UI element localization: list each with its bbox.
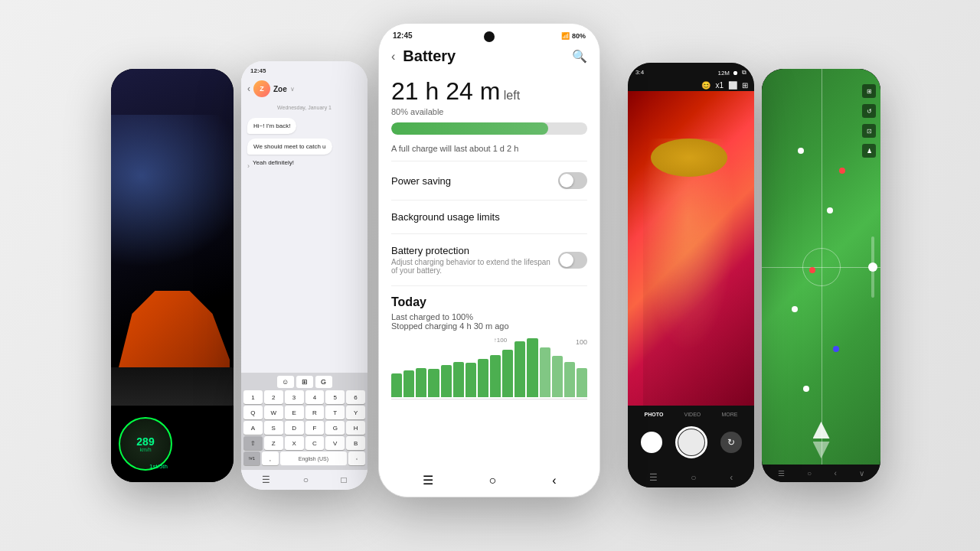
status-icons: 📶 80% xyxy=(561,32,586,40)
nav-back-center[interactable]: ‹ xyxy=(552,474,556,487)
kb-emoji-icon[interactable]: ☺ xyxy=(277,376,294,388)
football-field: ⊞ ↺ ⊡ ♟ xyxy=(762,69,880,465)
fb-arrow-up-icon[interactable] xyxy=(813,422,830,439)
today-title: Today xyxy=(391,295,587,309)
kb-bottom-row: !#1 , English (US) ‹ xyxy=(243,452,365,465)
kb-key-x[interactable]: X xyxy=(285,436,304,450)
back-button[interactable]: ‹ xyxy=(391,50,395,64)
singer-hair xyxy=(651,139,727,177)
kb-key-b[interactable]: B xyxy=(346,436,365,450)
kb-key-e[interactable]: E xyxy=(285,406,304,419)
battery-bar-container xyxy=(391,122,587,135)
kb-key-q[interactable]: Q xyxy=(243,406,263,419)
player-4 xyxy=(809,267,815,273)
background-usage-label: Background usage limits xyxy=(391,211,500,223)
nav-home-right[interactable]: ○ xyxy=(807,469,812,478)
nav-home-center[interactable]: ○ xyxy=(489,474,497,487)
kb-shift-key[interactable]: ⇧ xyxy=(243,436,263,450)
nav-back-cam[interactable]: ‹ xyxy=(730,472,733,483)
kb-key-z[interactable]: Z xyxy=(264,436,283,450)
cam-status-bar: 3:4 12M ⏺ ⧉ xyxy=(628,63,754,80)
fb-ctrl-1[interactable]: ⊞ xyxy=(862,84,876,98)
kb-symbols-key[interactable]: !#1 xyxy=(243,452,260,465)
kb-key-1[interactable]: 1 xyxy=(243,390,263,404)
kb-gif-icon[interactable]: G xyxy=(315,376,332,388)
nav-menu-cam[interactable]: ☰ xyxy=(649,472,658,483)
battery-bar-fill xyxy=(391,122,548,135)
kb-key-r[interactable]: R xyxy=(305,406,325,419)
nav-down-right[interactable]: ∨ xyxy=(859,469,864,478)
kb-key-h[interactable]: H xyxy=(346,421,365,435)
kb-key-a[interactable]: A xyxy=(243,421,263,435)
kb-key-2[interactable]: 2 xyxy=(264,390,283,404)
phone-football: ⊞ ↺ ⊡ ♟ ☰ ○ ‹ ∨ xyxy=(762,69,880,482)
cam-mode-more[interactable]: MORE xyxy=(718,410,740,419)
nav-recent-icon[interactable]: □ xyxy=(341,474,347,485)
kb-key-w[interactable]: W xyxy=(264,406,283,419)
fb-bottom-icons xyxy=(813,422,830,458)
battery-chart: ↑100 100 xyxy=(379,335,599,403)
fb-ctrl-2[interactable]: ↺ xyxy=(862,104,876,118)
cam-bottom: ↻ xyxy=(634,423,748,463)
kb-key-3[interactable]: 3 xyxy=(285,390,304,404)
kb-key-y[interactable]: Y xyxy=(346,406,365,419)
nav-home-icon[interactable]: ○ xyxy=(303,474,309,485)
kb-row-1: 1 2 3 4 5 6 xyxy=(243,390,365,404)
cam-shutter-button[interactable] xyxy=(675,426,707,458)
kb-top-row: ☺ ⊞ G xyxy=(243,376,365,388)
kb-key-4[interactable]: 4 xyxy=(305,390,325,404)
phone-camera: 3:4 12M ⏺ ⧉ 😊 x1 ⬜ ⊞ xyxy=(628,63,754,487)
nav-back-right[interactable]: ‹ xyxy=(835,469,837,478)
battery-time-section: 21 h 24 m left xyxy=(379,70,599,107)
cam-thumbnail[interactable] xyxy=(641,432,662,453)
nav-home-cam[interactable]: ○ xyxy=(691,472,696,483)
background-usage-row[interactable]: Background usage limits xyxy=(379,201,599,233)
kb-lang-label[interactable]: English (US) xyxy=(280,452,347,465)
fb-ctrl-3[interactable]: ⊡ xyxy=(862,124,876,138)
signal-icon: 📶 xyxy=(561,32,570,40)
nav-menu-icon[interactable]: ☰ xyxy=(262,474,270,485)
kb-key-f[interactable]: F xyxy=(305,421,325,435)
msg-bubbles: Hi~! I'm back! We should meet to catch u… xyxy=(241,115,368,373)
cam-flip-button[interactable]: ↻ xyxy=(720,432,742,453)
nav-menu-center[interactable]: ☰ xyxy=(423,473,433,487)
sent-message-container: › Yeah definitely! xyxy=(247,159,361,170)
cam-mode-video[interactable]: VIDEO xyxy=(681,410,704,419)
fb-arrow-down-icon[interactable] xyxy=(813,442,830,458)
msg-status-bar: 12:45 xyxy=(241,61,368,77)
kb-comma-key[interactable]: , xyxy=(262,452,279,465)
kb-key-g[interactable]: G xyxy=(325,421,345,435)
kb-key-s[interactable]: S xyxy=(264,421,283,435)
kb-key-t[interactable]: T xyxy=(325,406,345,419)
kb-key-5[interactable]: 5 xyxy=(325,390,345,404)
nav-bar-msg: ☰ ○ □ xyxy=(241,470,368,490)
nav-menu-right[interactable]: ☰ xyxy=(778,469,785,478)
kb-key-c[interactable]: C xyxy=(305,436,325,450)
center-notch xyxy=(484,31,495,42)
cam-mode-photo[interactable]: PHOTO xyxy=(642,410,667,419)
bar-1 xyxy=(391,373,402,397)
search-icon[interactable]: 🔍 xyxy=(572,49,587,64)
fb-slider[interactable] xyxy=(871,236,874,298)
cam-icons-top: 12M ⏺ ⧉ xyxy=(717,69,746,77)
fb-ctrl-4[interactable]: ♟ xyxy=(862,144,876,158)
cam-mode-tabs: PHOTO VIDEO MORE xyxy=(634,410,748,419)
kb-key-6[interactable]: 6 xyxy=(346,390,365,404)
keyboard[interactable]: ☺ ⊞ G 1 2 3 4 5 6 Q W E R T xyxy=(241,373,368,470)
power-saving-row[interactable]: Power saving xyxy=(379,161,599,200)
power-saving-toggle[interactable] xyxy=(558,172,587,189)
msg-header: ‹ Z Zoe ∨ xyxy=(241,77,368,100)
msg-time: 12:45 xyxy=(250,67,266,74)
kb-sticker-icon[interactable]: ⊞ xyxy=(296,376,313,388)
bar-7 xyxy=(466,363,476,397)
battery-protection-row[interactable]: Battery protection Adjust charging behav… xyxy=(379,234,599,285)
bar-6 xyxy=(453,362,464,397)
battery-protection-toggle[interactable] xyxy=(558,252,587,269)
msg-back-button[interactable]: ‹ xyxy=(247,83,250,94)
kb-key-d[interactable]: D xyxy=(285,421,304,435)
last-charged-text: Last charged to 100% xyxy=(391,312,587,321)
kb-lang-key[interactable]: ‹ xyxy=(348,452,365,465)
kb-key-v[interactable]: V xyxy=(325,436,345,450)
received-bubble-2: We should meet to catch u xyxy=(247,139,332,155)
toggle-thumb xyxy=(560,174,573,187)
